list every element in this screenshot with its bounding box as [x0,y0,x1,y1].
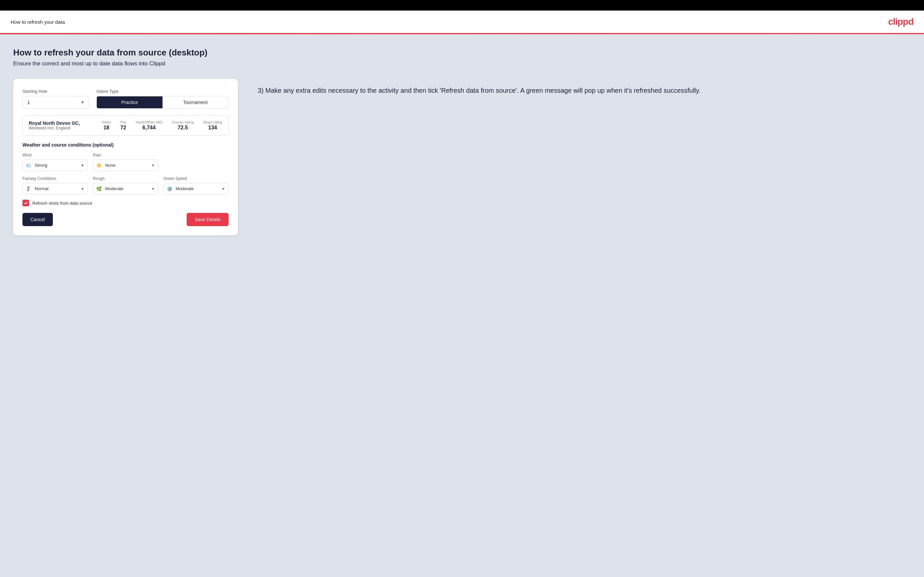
par-label: Par [120,120,126,124]
game-type-label: Game Type [97,89,229,94]
game-type-toggle: Practice Tournament [97,96,229,109]
game-type-group: Game Type Practice Tournament [97,89,229,109]
course-info: Royal North Devon GC, Westward Ho!, Engl… [29,121,91,131]
starting-hole-select-wrapper: 1 10 ▼ [23,96,89,109]
rain-group: Rain ☀️ None Light Heavy ▼ [93,153,158,171]
wind-select-wrapper: 💨 Strong Mild None ▼ [23,160,87,171]
header-title: How to refresh your data [11,19,65,25]
cancel-button[interactable]: Cancel [23,213,53,226]
fairway-label: Fairway Conditions [23,176,87,181]
refresh-checkbox[interactable] [23,200,29,206]
course-card: Royal North Devon GC, Westward Ho!, Engl… [23,115,229,136]
rough-label: Rough [93,176,158,181]
course-rating-value: 72.5 [178,125,188,131]
fairway-select[interactable]: Normal Soft Hard [23,183,87,194]
course-location: Westward Ho!, England [29,126,91,131]
holes-value: 18 [103,125,109,131]
wind-label: Wind [23,153,87,158]
course-name: Royal North Devon GC, [29,121,91,126]
starting-hole-label: Starting Hole [23,89,89,94]
rain-select[interactable]: None Light Heavy [93,160,158,171]
yards-label: Yards/White (M)) [136,120,163,124]
rain-label: Rain [93,153,158,158]
par-stat: Par 72 [120,120,126,131]
top-form-row: Starting Hole 1 10 ▼ Game Type Practice … [23,89,229,109]
top-bar [0,0,924,11]
fairway-select-wrapper: 🏌️ Normal Soft Hard ▼ [23,183,87,194]
side-text: 3) Make any extra edits necessary to the… [258,79,911,95]
form-actions: Cancel Save Details [23,213,229,226]
green-speed-group: Green Speed ⚙️ Moderate Slow Fast ▼ [163,176,229,194]
conditions-title: Weather and course conditions (optional) [23,142,229,148]
green-speed-select-wrapper: ⚙️ Moderate Slow Fast ▼ [163,183,229,194]
refresh-checkbox-row: Refresh shots from data source [23,200,229,206]
green-speed-select[interactable]: Moderate Slow Fast [163,183,229,194]
rough-select[interactable]: Moderate Light Heavy [93,183,158,194]
yards-stat: Yards/White (M)) 6,744 [136,120,163,131]
slope-rating-label: Slope rating [203,120,222,124]
wind-select[interactable]: Strong Mild None [23,160,87,171]
par-value: 72 [120,125,126,131]
main-content: How to refresh your data from source (de… [0,34,924,577]
logo: clippd [888,16,913,27]
fairway-group: Fairway Conditions 🏌️ Normal Soft Hard ▼ [23,176,87,194]
side-description: 3) Make any extra edits necessary to the… [258,85,911,95]
rough-select-wrapper: 🌿 Moderate Light Heavy ▼ [93,183,158,194]
slope-rating-stat: Slope rating 134 [203,120,222,131]
course-rating-label: Course rating [172,120,194,124]
course-stats: Holes 18 Par 72 Yards/White (M)) 6,744 C… [102,120,222,131]
save-button[interactable]: Save Details [187,213,229,226]
practice-button[interactable]: Practice [97,97,163,108]
course-rating-stat: Course rating 72.5 [172,120,194,131]
wind-rain-row: Wind 💨 Strong Mild None ▼ Rain ☀️ [23,153,229,171]
placeholder-group [163,153,229,171]
content-row: Starting Hole 1 10 ▼ Game Type Practice … [13,79,911,235]
refresh-label: Refresh shots from data source [32,201,92,206]
wind-group: Wind 💨 Strong Mild None ▼ [23,153,87,171]
green-speed-label: Green Speed [163,176,229,181]
page-subheading: Ensure the correct and most up to date d… [13,60,911,67]
fairway-row: Fairway Conditions 🏌️ Normal Soft Hard ▼… [23,176,229,194]
slope-rating-value: 134 [208,125,217,131]
yards-value: 6,744 [142,125,156,131]
header: How to refresh your data clippd [0,11,924,34]
starting-hole-group: Starting Hole 1 10 ▼ [23,89,89,109]
form-panel: Starting Hole 1 10 ▼ Game Type Practice … [13,79,238,235]
rain-select-wrapper: ☀️ None Light Heavy ▼ [93,160,158,171]
starting-hole-select[interactable]: 1 10 [23,96,89,109]
tournament-button[interactable]: Tournament [163,97,228,108]
rough-group: Rough 🌿 Moderate Light Heavy ▼ [93,176,158,194]
holes-stat: Holes 18 [102,120,111,131]
page-heading: How to refresh your data from source (de… [13,48,911,58]
holes-label: Holes [102,120,111,124]
